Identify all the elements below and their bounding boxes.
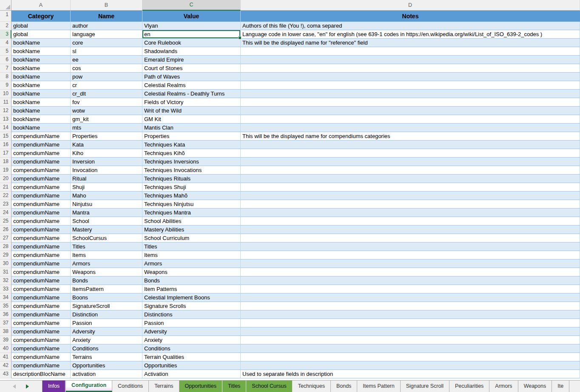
cell[interactable]: Titles xyxy=(142,243,241,251)
cell[interactable] xyxy=(241,90,580,98)
cell[interactable]: Items xyxy=(142,251,241,259)
cell[interactable]: bookName xyxy=(11,90,71,98)
cell[interactable]: Items xyxy=(71,251,142,259)
cell[interactable]: language xyxy=(71,30,142,39)
row-header-31[interactable]: 31 xyxy=(0,268,11,276)
cell[interactable]: compendiumName xyxy=(11,175,71,183)
cell[interactable]: Celestial Realms xyxy=(142,81,241,90)
cell[interactable]: compendiumName xyxy=(11,200,71,209)
sheet-tab-weapons[interactable]: Weapons xyxy=(518,381,552,392)
cell[interactable]: This will be the displayed name for "ref… xyxy=(241,39,580,47)
cell[interactable]: Signature Scrolls xyxy=(142,302,241,310)
cell[interactable]: compendiumName xyxy=(11,327,71,336)
row-header-2[interactable]: 2 xyxy=(0,22,11,30)
cell[interactable]: activation xyxy=(71,370,142,378)
cell[interactable]: Celestial Realms - Deathly Turns xyxy=(142,90,241,98)
cell[interactable] xyxy=(241,209,580,217)
column-header-b[interactable]: B xyxy=(71,0,142,11)
cell[interactable]: compendiumName xyxy=(11,276,71,285)
sheet-tab-conditions[interactable]: Conditions xyxy=(112,381,149,392)
cell[interactable] xyxy=(241,183,580,192)
cell[interactable]: compendiumName xyxy=(11,344,71,353)
cell[interactable]: compendiumName xyxy=(11,353,71,361)
row-header-20[interactable]: 20 xyxy=(0,175,11,183)
row-header-32[interactable]: 32 xyxy=(0,276,11,285)
cell[interactable]: Terrains xyxy=(71,353,142,361)
selected-cell[interactable]: en xyxy=(142,30,241,39)
row-header-17[interactable]: 17 xyxy=(0,149,11,158)
cell[interactable]: Weapons xyxy=(71,268,142,276)
cell[interactable]: bookName xyxy=(11,39,71,47)
cell[interactable]: compendiumName xyxy=(11,217,71,226)
sheet-tab-ite[interactable]: Ite xyxy=(552,381,569,392)
cell[interactable]: bookName xyxy=(11,98,71,107)
cell[interactable]: Activation xyxy=(142,370,241,378)
cell[interactable]: mts xyxy=(71,124,142,132)
row-header-42[interactable]: 42 xyxy=(0,361,11,370)
row-header-16[interactable]: 16 xyxy=(0,141,11,149)
cell[interactable] xyxy=(241,226,580,234)
cell[interactable]: Writ of the Wild xyxy=(142,107,241,115)
row-header-33[interactable]: 33 xyxy=(0,285,11,293)
cell[interactable]: cr xyxy=(71,81,142,90)
cell[interactable] xyxy=(241,47,580,56)
cell[interactable]: Techniques Inversions xyxy=(142,158,241,166)
cell[interactable]: compendiumName xyxy=(11,302,71,310)
sheet-tab-configuration[interactable]: Configuration xyxy=(65,381,112,392)
cell[interactable] xyxy=(241,276,580,285)
cell[interactable]: compendiumName xyxy=(11,259,71,268)
row-header-24[interactable]: 24 xyxy=(0,209,11,217)
scroll-sheets-left-icon[interactable] xyxy=(13,384,16,389)
row-header-34[interactable]: 34 xyxy=(0,293,11,302)
cell[interactable]: Terrain Qualities xyxy=(142,353,241,361)
cell[interactable]: Court of Stones xyxy=(142,64,241,73)
row-header-14[interactable]: 14 xyxy=(0,124,11,132)
cell[interactable]: Passion xyxy=(142,319,241,327)
cell[interactable]: bookName xyxy=(11,124,71,132)
cell[interactable] xyxy=(241,200,580,209)
row-header-18[interactable]: 18 xyxy=(0,158,11,166)
row-header-43[interactable]: 43 xyxy=(0,370,11,378)
row-header-26[interactable]: 26 xyxy=(0,226,11,234)
cell[interactable]: global xyxy=(11,30,71,39)
cell[interactable]: Distinction xyxy=(71,310,142,319)
row-header-11[interactable]: 11 xyxy=(0,98,11,107)
row-header-6[interactable]: 6 xyxy=(0,56,11,64)
cell[interactable]: compendiumName xyxy=(11,234,71,243)
cell[interactable] xyxy=(241,192,580,200)
cell[interactable]: compendiumName xyxy=(11,158,71,166)
cell[interactable]: compendiumName xyxy=(11,141,71,149)
cell[interactable]: Adversity xyxy=(71,327,142,336)
cell[interactable] xyxy=(241,124,580,132)
cell[interactable]: compendiumName xyxy=(11,183,71,192)
row-header-3[interactable]: 3 xyxy=(0,30,11,39)
row-header-29[interactable]: 29 xyxy=(0,251,11,259)
cell[interactable] xyxy=(241,158,580,166)
column-header-c[interactable]: C xyxy=(142,0,241,11)
cell[interactable]: Vlyan xyxy=(142,22,241,30)
cell[interactable]: bookName xyxy=(11,81,71,90)
cell[interactable]: cr_dlt xyxy=(71,90,142,98)
cell[interactable]: Opportunities xyxy=(71,361,142,370)
cell[interactable]: bookName xyxy=(11,47,71,56)
cell[interactable] xyxy=(241,336,580,344)
row-header-12[interactable]: 12 xyxy=(0,107,11,115)
cell[interactable]: Passion xyxy=(71,319,142,327)
cell[interactable]: Armors xyxy=(71,259,142,268)
sheet-tab-techniques[interactable]: Techniques xyxy=(293,381,331,392)
cell[interactable]: Bonds xyxy=(142,276,241,285)
cell[interactable]: Armors xyxy=(142,259,241,268)
sheet-tab-school-cursus[interactable]: School Cursus xyxy=(246,381,292,392)
sheet-tab-opportunities[interactable]: Opportunities xyxy=(179,381,222,392)
cell[interactable]: compendiumName xyxy=(11,226,71,234)
cell[interactable]: Shadowlands xyxy=(142,47,241,56)
cell[interactable]: Techniques Kata xyxy=(142,141,241,149)
cell[interactable] xyxy=(241,56,580,64)
cell[interactable]: Techniques Mantra xyxy=(142,209,241,217)
sheet-tab-titles[interactable]: Titles xyxy=(222,381,246,392)
cell[interactable]: Emerald Empire xyxy=(142,56,241,64)
cell[interactable] xyxy=(241,268,580,276)
cell[interactable]: Conditions xyxy=(142,344,241,353)
cell[interactable]: Conditions xyxy=(71,344,142,353)
cell[interactable]: fov xyxy=(71,98,142,107)
